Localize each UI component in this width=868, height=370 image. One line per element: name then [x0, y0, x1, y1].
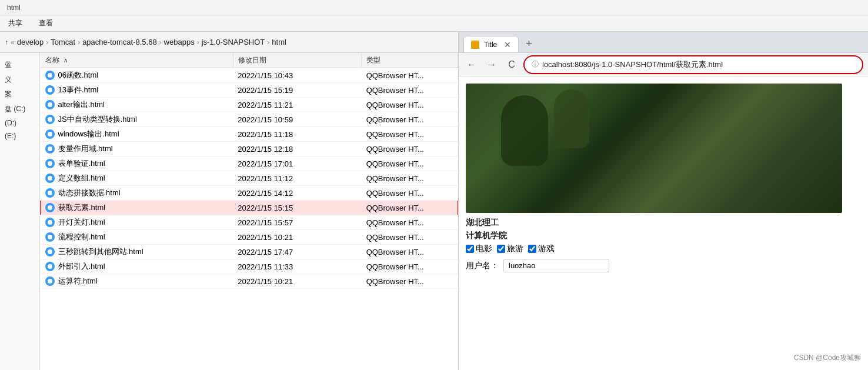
table-row[interactable]: 三秒跳转到其他网站.html2022/1/15 17:47QQBrowser H… — [41, 245, 458, 259]
military-image — [466, 84, 842, 213]
file-icon — [45, 71, 55, 80]
sidebar-item-e[interactable]: (E:) — [0, 129, 39, 142]
menu-view[interactable]: 查看 — [35, 17, 56, 29]
file-date-cell: 2022/1/15 10:21 — [233, 230, 361, 245]
file-date-cell: 2022/1/15 15:15 — [233, 201, 361, 215]
table-row[interactable]: 流程控制.html2022/1/15 10:21QQBrowser HT... — [41, 230, 458, 245]
breadcrumb-sep-5: › — [267, 38, 269, 46]
sidebar-item-d[interactable]: (D:) — [0, 116, 39, 129]
checkbox-movie[interactable]: 电影 — [466, 244, 492, 254]
file-type-cell: QQBrowser HT... — [362, 230, 458, 245]
browser-content: 湖北理工 计算机学院 电影 旅游 游戏 用户名： — [459, 76, 868, 370]
file-icon — [45, 232, 55, 242]
col-header-type[interactable]: 类型 — [362, 53, 458, 68]
table-row[interactable]: JS中自动类型转换.html2022/1/15 10:59QQBrowser H… — [41, 112, 458, 127]
breadcrumb-tomcat[interactable]: Tomcat — [51, 38, 75, 46]
main-area: ↑ « develop › Tomcat › apache-tomcat-8.5… — [0, 32, 868, 370]
file-icon — [45, 159, 55, 168]
file-icon — [45, 129, 55, 139]
file-date-cell: 2022/1/15 11:33 — [233, 259, 361, 274]
window-title-bar: html — [0, 0, 868, 15]
file-table-wrap: 名称 ∧ 修改日期 类型 06函数.html2022/1/15 — [40, 53, 458, 370]
table-row[interactable]: 变量作用域.html2022/1/15 12:18QQBrowser HT... — [41, 142, 458, 156]
file-type-cell: QQBrowser HT... — [362, 68, 458, 83]
file-icon — [45, 144, 55, 154]
username-input[interactable] — [503, 259, 609, 272]
game-checkbox[interactable] — [528, 245, 536, 253]
url-text: localhost:8080/js-1.0-SNAPSHOT/html/获取元素… — [542, 59, 723, 70]
breadcrumb-sep-1: › — [46, 38, 48, 46]
sidebar-item-1[interactable]: 义 — [0, 72, 39, 87]
new-tab-button[interactable]: + — [521, 35, 537, 52]
movie-checkbox[interactable] — [466, 245, 474, 253]
username-row: 用户名： — [466, 259, 861, 272]
table-row[interactable]: windows输出.html2022/1/15 11:18QQBrowser H… — [41, 127, 458, 142]
refresh-button[interactable]: C — [503, 56, 520, 73]
table-row[interactable]: 开灯关灯.html2022/1/15 15:57QQBrowser HT... — [41, 215, 458, 230]
table-row[interactable]: 13事件.html2022/1/15 15:19QQBrowser HT... — [41, 83, 458, 98]
table-row[interactable]: alter输出.html2022/1/15 11:21QQBrowser HT.… — [41, 98, 458, 112]
col-header-name[interactable]: 名称 ∧ — [41, 53, 233, 68]
file-date-cell: 2022/1/15 17:01 — [233, 156, 361, 171]
file-icon — [45, 188, 55, 198]
forward-button[interactable]: → — [483, 56, 500, 73]
address-bar[interactable]: ⓘ localhost:8080/js-1.0-SNAPSHOT/html/获取… — [523, 55, 863, 74]
file-name-text: 定义数组.html — [58, 173, 105, 184]
file-name-cell: alter输出.html — [41, 98, 233, 112]
table-row[interactable]: 06函数.html2022/1/15 10:43QQBrowser HT... — [41, 68, 458, 83]
col-header-date[interactable]: 修改日期 — [233, 53, 361, 68]
breadcrumb-snapshot[interactable]: js-1.0-SNAPSHOT — [202, 38, 265, 46]
lock-icon: ⓘ — [532, 59, 539, 69]
checkbox-travel[interactable]: 旅游 — [497, 244, 523, 254]
file-name-text: JS中自动类型转换.html — [58, 114, 137, 125]
file-name-text: 运算符.html — [58, 276, 98, 286]
breadcrumb-develop[interactable]: develop — [17, 38, 44, 46]
nav-up-arrow[interactable]: ↑ — [5, 38, 8, 46]
table-row[interactable]: 运算符.html2022/1/15 10:21QQBrowser HT... — [41, 274, 458, 289]
breadcrumb-bar: ↑ « develop › Tomcat › apache-tomcat-8.5… — [0, 32, 458, 53]
table-row[interactable]: 外部引入.html2022/1/15 11:33QQBrowser HT... — [41, 259, 458, 274]
breadcrumb-webapps[interactable]: webapps — [164, 38, 195, 46]
file-date-cell: 2022/1/15 10:59 — [233, 112, 361, 127]
file-name-cell: 动态拼接数据.html — [41, 186, 233, 201]
file-type-cell: QQBrowser HT... — [362, 142, 458, 156]
file-name-text: 外部引入.html — [58, 261, 105, 272]
file-name-cell: 外部引入.html — [41, 259, 233, 274]
browser-tab[interactable]: Title ✕ — [463, 36, 519, 52]
file-type-cell: QQBrowser HT... — [362, 127, 458, 142]
file-icon — [45, 85, 55, 95]
sidebar-item-c[interactable]: 盘 (C:) — [0, 102, 39, 116]
breadcrumb-html[interactable]: html — [272, 38, 286, 46]
tab-close-button[interactable]: ✕ — [504, 40, 511, 49]
file-name-cell: 开灯关灯.html — [41, 215, 233, 230]
back-button[interactable]: ← — [463, 56, 480, 73]
table-row[interactable]: 获取元素.html2022/1/15 15:15QQBrowser HT... — [41, 201, 458, 215]
sidebar-item-2[interactable]: 案 — [0, 87, 39, 102]
file-type-cell: QQBrowser HT... — [362, 245, 458, 259]
file-icon — [45, 174, 55, 183]
travel-checkbox[interactable] — [497, 245, 505, 253]
checkbox-game[interactable]: 游戏 — [528, 244, 555, 254]
file-name-cell: JS中自动类型转换.html — [41, 112, 233, 127]
table-row[interactable]: 定义数组.html2022/1/15 11:12QQBrowser HT... — [41, 171, 458, 186]
file-type-cell: QQBrowser HT... — [362, 274, 458, 289]
university-name: 湖北理工 — [466, 218, 861, 228]
file-date-cell: 2022/1/15 11:21 — [233, 98, 361, 112]
file-date-cell: 2022/1/15 15:19 — [233, 83, 361, 98]
file-name-text: 动态拼接数据.html — [58, 188, 121, 198]
game-label: 游戏 — [538, 244, 555, 254]
file-icon — [45, 115, 55, 124]
table-row[interactable]: 表单验证.html2022/1/15 17:01QQBrowser HT... — [41, 156, 458, 171]
window-title: html — [7, 4, 21, 12]
file-name-cell: 三秒跳转到其他网站.html — [41, 245, 233, 259]
file-name-text: 13事件.html — [58, 85, 99, 95]
menu-share[interactable]: 共享 — [5, 17, 26, 29]
file-name-cell: 定义数组.html — [41, 171, 233, 186]
file-name-text: alter输出.html — [58, 99, 105, 110]
file-name-text: 开灯关灯.html — [58, 217, 105, 228]
file-icon — [45, 100, 55, 109]
breadcrumb-apache[interactable]: apache-tomcat-8.5.68 — [82, 38, 156, 46]
sidebar-item-0[interactable]: 蓝 — [0, 58, 39, 72]
file-type-cell: QQBrowser HT... — [362, 112, 458, 127]
table-row[interactable]: 动态拼接数据.html2022/1/15 14:12QQBrowser HT..… — [41, 186, 458, 201]
